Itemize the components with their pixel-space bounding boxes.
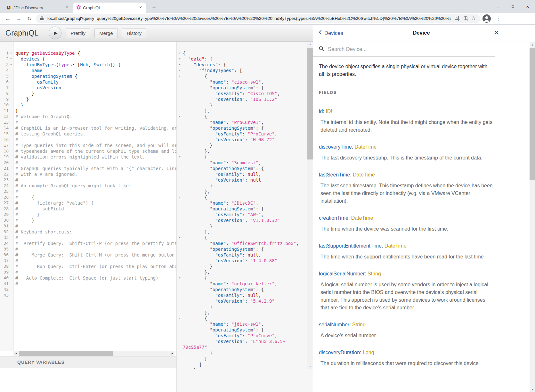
code-line: "operatingSystem": { (177, 287, 308, 292)
code-line: "name": "OfficeSwitch.fritz.box", (177, 241, 308, 246)
tab-close-icon[interactable]: × (138, 5, 143, 11)
code-line: 35# (0, 246, 176, 252)
code-line: "osVersion": null (177, 177, 308, 183)
scroll-up-icon[interactable]: ▲ (530, 42, 535, 47)
window-close-button[interactable]: × (520, 0, 535, 13)
scrollbar-thumb[interactable] (19, 351, 113, 356)
scroll-down-icon[interactable]: ▼ (530, 387, 535, 392)
field-type-link[interactable]: DateTime (351, 215, 373, 221)
field-type-link[interactable]: DateTime (354, 144, 377, 150)
field-description: The duration in milliseconds that were r… (320, 360, 495, 367)
fold-arrow-icon[interactable]: ▾ (177, 194, 183, 200)
url-bar[interactable]: localhost/graphiql?query=query%20getDevi… (36, 14, 480, 23)
code-line: "osFamily": "Cisco IOS", (177, 91, 308, 96)
fold-gutter (9, 275, 13, 281)
merge-button[interactable]: Merge (94, 28, 118, 38)
execute-query-button[interactable]: ▶ (49, 27, 61, 39)
fold-arrow-icon[interactable]: ▾ (177, 275, 183, 281)
window-minimize-button[interactable]: – (491, 0, 506, 13)
forward-icon[interactable]: → (14, 14, 23, 23)
field-name-link[interactable]: logicalSerialNumber (319, 271, 365, 276)
fold-gutter (177, 269, 183, 275)
avatar[interactable] (482, 14, 491, 23)
doc-close-icon[interactable]: × (494, 28, 499, 37)
field-name-link[interactable]: discoveryDuration (319, 350, 360, 355)
fold-arrow-icon[interactable]: ▾ (177, 235, 183, 241)
fold-arrow-icon[interactable]: ▾ (9, 50, 13, 56)
field-name-link[interactable]: creationTime (319, 215, 348, 221)
code-line: ▾ "data": { (177, 56, 308, 62)
code-line: 40# Auto Complete: Ctrl-Space (or just s… (0, 275, 176, 281)
fold-arrow-icon[interactable]: ▾ (9, 56, 13, 62)
field-type-link[interactable]: ID! (326, 109, 332, 114)
doc-vertical-scrollbar[interactable]: ▲ ▼ (530, 42, 535, 392)
tab-graphiql[interactable]: GraphiQL × (73, 3, 146, 13)
prettify-button[interactable]: Prettify (66, 28, 90, 38)
fold-gutter (177, 339, 183, 344)
fold-arrow-icon[interactable]: ▾ (177, 50, 183, 56)
fold-gutter (9, 108, 13, 114)
scroll-right-icon[interactable]: ▶ (170, 351, 175, 356)
fold-gutter (9, 241, 13, 246)
field-name-link[interactable]: discoveryTime (319, 144, 352, 150)
field-name-link[interactable]: id (319, 109, 323, 114)
fold-arrow-icon[interactable]: ▾ (177, 315, 183, 321)
field-name-link[interactable]: lastSeenTime (319, 172, 350, 177)
fold-gutter (177, 125, 183, 131)
fold-gutter (9, 68, 13, 73)
fold-arrow-icon[interactable]: ▾ (177, 68, 183, 73)
new-tab-button[interactable]: + (150, 3, 158, 12)
translate-icon[interactable]: A (455, 16, 460, 21)
back-icon[interactable]: ← (3, 14, 12, 23)
scroll-left-icon[interactable]: ◀ (13, 351, 19, 356)
result-vertical-scrollbar[interactable]: ▲ ▼ (307, 42, 313, 369)
tab-close-icon[interactable]: × (64, 5, 70, 11)
query-variables-header[interactable]: QUERY VARIABLES (0, 356, 176, 368)
code-line: }, (177, 189, 308, 194)
line-number: 14 (0, 125, 9, 131)
fold-arrow-icon[interactable]: ▾ (177, 73, 183, 79)
fold-gutter (9, 171, 13, 177)
query-editor-pane: 1▾query getDevicesByType {2▾ devices {3▾… (0, 42, 176, 392)
field-description: A logical serial number is used by some … (320, 281, 495, 312)
fold-gutter (177, 292, 183, 298)
field-type-link[interactable]: String (368, 271, 381, 276)
doc-search-field[interactable]: Search Device... (313, 42, 495, 57)
window-maximize-button[interactable]: □ (506, 0, 520, 13)
line-number: 41 (0, 281, 9, 287)
fold-arrow-icon[interactable]: ▾ (177, 154, 183, 160)
field-type-link[interactable]: DateTime (385, 243, 407, 249)
fold-arrow-icon[interactable]: ▾ (177, 56, 183, 62)
field-colon: : (365, 271, 368, 276)
history-button[interactable]: History (122, 28, 147, 38)
fold-gutter (177, 344, 183, 350)
browser-titlebar: D JDisc Discovery × GraphiQL × + – □ × (0, 0, 535, 13)
scroll-up-icon[interactable]: ▲ (307, 42, 313, 47)
field-name-link[interactable]: lastSupportEntitlementTime (319, 243, 382, 249)
fold-arrow-icon[interactable]: ▾ (177, 62, 183, 68)
fold-arrow-icon[interactable]: ▾ (9, 62, 13, 68)
code-line: ▾ { (177, 275, 308, 281)
code-line: } (177, 367, 308, 369)
bookmark-star-icon[interactable]: ☆ (471, 15, 477, 21)
fold-arrow-icon[interactable]: ▾ (177, 114, 183, 119)
scrollbar-thumb[interactable] (307, 48, 313, 159)
zoom-icon[interactable] (463, 16, 469, 21)
browser-menu-icon[interactable]: ⋮ (494, 14, 502, 23)
field-type-link[interactable]: String (352, 322, 366, 327)
field-name-link[interactable]: serialNumber (319, 322, 349, 327)
fold-gutter (177, 217, 183, 223)
tab-jdisc-discovery[interactable]: D JDisc Discovery × (3, 3, 72, 13)
field-type-link[interactable]: Long (363, 350, 374, 355)
code-line: 43 (0, 292, 176, 298)
fold-gutter (177, 200, 183, 206)
search-icon (319, 46, 324, 53)
scrollbar-thumb[interactable] (530, 48, 535, 180)
code-line: 14# GraphiQL is an in-browser tool for w… (0, 125, 176, 131)
field-type-link[interactable]: DateTime (353, 172, 375, 177)
query-editor[interactable]: 1▾query getDevicesByType {2▾ devices {3▾… (0, 42, 176, 351)
scroll-down-icon[interactable]: ▼ (307, 363, 313, 369)
fold-gutter (177, 183, 183, 189)
editor-horizontal-scrollbar[interactable]: ◀ ▶ (13, 351, 175, 356)
refresh-icon[interactable]: ↻ (25, 14, 34, 23)
